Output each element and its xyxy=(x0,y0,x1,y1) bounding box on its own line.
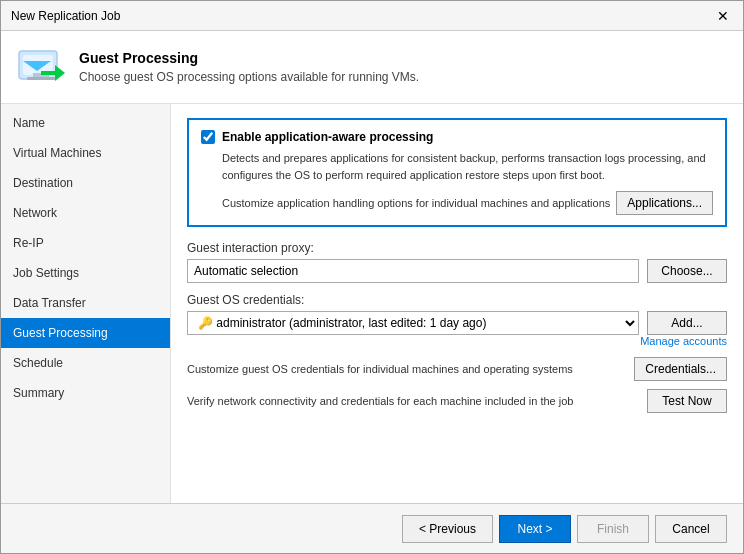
content-area: Enable application-aware processing Dete… xyxy=(171,104,743,503)
svg-marker-5 xyxy=(55,65,65,81)
customize-row: Customize application handling options f… xyxy=(222,191,713,215)
app-aware-label[interactable]: Enable application-aware processing xyxy=(222,130,433,144)
manage-accounts-link[interactable]: Manage accounts xyxy=(187,335,727,347)
svg-rect-4 xyxy=(27,77,55,80)
applications-button[interactable]: Applications... xyxy=(616,191,713,215)
main-window: New Replication Job ✕ Guest Processing C… xyxy=(0,0,744,554)
sidebar-item-destination[interactable]: Destination xyxy=(1,168,170,198)
svg-rect-6 xyxy=(41,71,55,75)
header-subtitle: Choose guest OS processing options avail… xyxy=(79,70,419,84)
sidebar-item-job-settings[interactable]: Job Settings xyxy=(1,258,170,288)
header-icon xyxy=(17,43,65,91)
sidebar-item-re-ip[interactable]: Re-IP xyxy=(1,228,170,258)
cancel-button[interactable]: Cancel xyxy=(655,515,727,543)
guest-proxy-group: Guest interaction proxy: Choose... xyxy=(187,241,727,283)
guest-credentials-group: Guest OS credentials: 🔑 administrator (a… xyxy=(187,293,727,347)
app-aware-checkbox-row: Enable application-aware processing xyxy=(201,130,713,144)
test-now-button[interactable]: Test Now xyxy=(647,389,727,413)
close-button[interactable]: ✕ xyxy=(713,8,733,24)
guest-proxy-input[interactable] xyxy=(187,259,639,283)
window-title: New Replication Job xyxy=(11,9,120,23)
sidebar: Name Virtual Machines Destination Networ… xyxy=(1,104,171,503)
footer: < Previous Next > Finish Cancel xyxy=(1,503,743,553)
add-button[interactable]: Add... xyxy=(647,311,727,335)
guest-credentials-label: Guest OS credentials: xyxy=(187,293,727,307)
guest-credentials-input-row: 🔑 administrator (administrator, last edi… xyxy=(187,311,727,335)
header-area: Guest Processing Choose guest OS process… xyxy=(1,31,743,104)
sidebar-item-data-transfer[interactable]: Data Transfer xyxy=(1,288,170,318)
network-info-text: Verify network connectivity and credenti… xyxy=(187,395,647,407)
header-text: Guest Processing Choose guest OS process… xyxy=(79,50,419,84)
title-bar: New Replication Job ✕ xyxy=(1,1,743,31)
finish-button[interactable]: Finish xyxy=(577,515,649,543)
main-content: Name Virtual Machines Destination Networ… xyxy=(1,104,743,503)
sidebar-item-name[interactable]: Name xyxy=(1,108,170,138)
sidebar-item-guest-processing[interactable]: Guest Processing xyxy=(1,318,170,348)
previous-button[interactable]: < Previous xyxy=(402,515,493,543)
guest-proxy-label: Guest interaction proxy: xyxy=(187,241,727,255)
network-info-row: Verify network connectivity and credenti… xyxy=(187,389,727,413)
credentials-select[interactable]: 🔑 administrator (administrator, last edi… xyxy=(187,311,639,335)
app-aware-description: Detects and prepares applications for co… xyxy=(222,150,713,183)
app-aware-box: Enable application-aware processing Dete… xyxy=(187,118,727,227)
credentials-info-text: Customize guest OS credentials for indiv… xyxy=(187,363,634,375)
customize-text: Customize application handling options f… xyxy=(222,197,610,209)
app-aware-checkbox[interactable] xyxy=(201,130,215,144)
guest-proxy-input-row: Choose... xyxy=(187,259,727,283)
credentials-button[interactable]: Credentials... xyxy=(634,357,727,381)
next-button[interactable]: Next > xyxy=(499,515,571,543)
header-title: Guest Processing xyxy=(79,50,419,66)
choose-button[interactable]: Choose... xyxy=(647,259,727,283)
credentials-info-row: Customize guest OS credentials for indiv… xyxy=(187,357,727,381)
sidebar-item-schedule[interactable]: Schedule xyxy=(1,348,170,378)
credentials-select-wrapper: 🔑 administrator (administrator, last edi… xyxy=(187,311,639,335)
sidebar-item-virtual-machines[interactable]: Virtual Machines xyxy=(1,138,170,168)
sidebar-item-network[interactable]: Network xyxy=(1,198,170,228)
sidebar-item-summary[interactable]: Summary xyxy=(1,378,170,408)
